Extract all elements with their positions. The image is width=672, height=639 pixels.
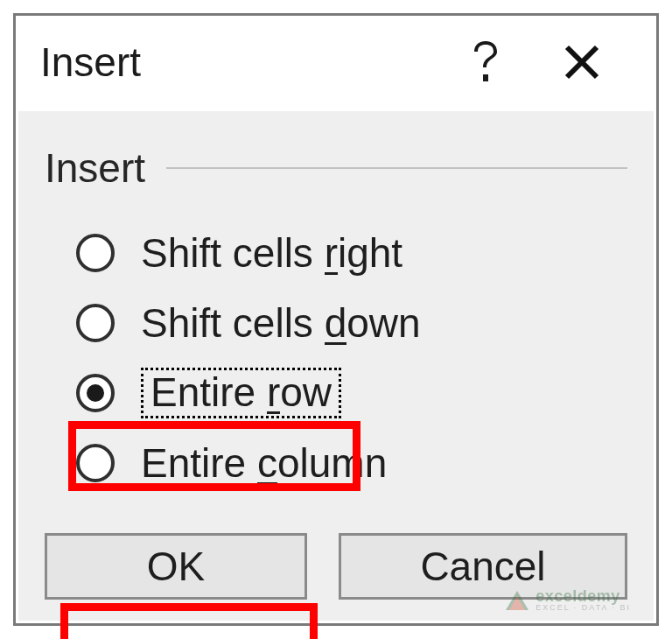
option-shift-cells-right[interactable]: Shift cells right <box>76 218 627 288</box>
dialog-title: Insert <box>40 39 141 86</box>
help-button[interactable] <box>438 16 534 109</box>
option-label: Shift cells right <box>141 233 402 273</box>
annotation-highlight <box>60 603 318 639</box>
close-button[interactable] <box>534 16 630 109</box>
group-header: Insert <box>45 144 627 192</box>
option-label: Entire column <box>141 443 387 483</box>
logo-icon <box>506 591 528 610</box>
option-entire-row[interactable]: Entire row <box>76 358 627 428</box>
option-label: Shift cells down <box>141 303 421 343</box>
dialog-body: Insert Shift cells right Shift cells dow… <box>18 111 654 621</box>
group-label: Insert <box>45 144 145 192</box>
option-entire-column[interactable]: Entire column <box>76 428 627 498</box>
option-shift-cells-down[interactable]: Shift cells down <box>76 288 627 358</box>
radio-icon <box>76 444 115 482</box>
insert-dialog: Insert Insert Shift cells right <box>13 13 659 626</box>
titlebar: Insert <box>16 16 656 109</box>
radio-icon <box>76 374 115 412</box>
option-label: Entire row <box>141 368 341 418</box>
close-icon <box>564 44 600 81</box>
focus-outline: Entire row <box>141 368 341 418</box>
help-icon <box>471 39 500 85</box>
radio-icon <box>76 304 115 342</box>
watermark: exceldemy EXCEL · DATA · BI <box>506 588 631 612</box>
svg-rect-0 <box>483 74 488 81</box>
ok-button[interactable]: OK <box>45 533 307 600</box>
radio-group-insert: Shift cells right Shift cells down Entir… <box>76 218 627 498</box>
radio-icon <box>76 234 115 272</box>
group-separator <box>166 167 627 169</box>
